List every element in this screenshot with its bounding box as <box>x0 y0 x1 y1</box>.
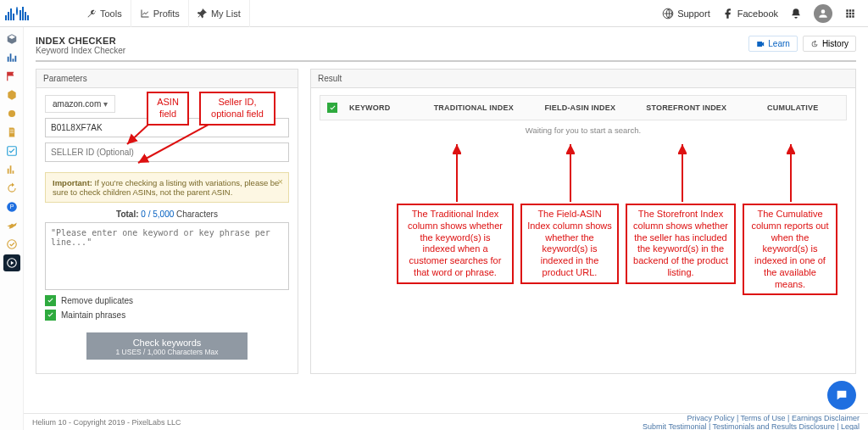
history-label: History <box>822 39 849 48</box>
facebook-icon <box>722 8 734 20</box>
col-field-asin[interactable]: FIELD-ASIN INDEX <box>527 97 634 119</box>
bell-icon <box>790 8 802 20</box>
sidebar-item-10[interactable]: P <box>3 198 20 215</box>
footer-links-top[interactable]: Privacy Policy | Terms of Use | Earnings… <box>643 414 860 422</box>
topbar-right: Support Facebook <box>662 4 863 23</box>
remove-duplicates-label: Remove duplicates <box>61 296 133 305</box>
chart-icon <box>6 164 18 176</box>
checkbox-checked-icon <box>327 103 337 113</box>
tools-sidebar: P <box>0 27 24 430</box>
col-keyword[interactable]: KEYWORD <box>344 97 420 119</box>
important-label: Important: <box>53 178 92 187</box>
check-keywords-label: Check keywords <box>133 338 202 348</box>
sidebar-item-13[interactable] <box>3 254 20 271</box>
svg-point-4 <box>7 240 16 249</box>
badge-icon <box>6 108 18 120</box>
result-table-head: KEYWORD TRADITIONAL INDEX FIELD-ASIN IND… <box>320 95 847 120</box>
bird-icon <box>6 220 18 232</box>
char-counter: Total: 0 / 5,000 Characters <box>45 209 289 219</box>
footer-links-bottom[interactable]: Submit Testimonial | Testimonials and Re… <box>643 422 860 431</box>
notifications-button[interactable] <box>790 8 802 20</box>
important-alert: Important: If you're checking a listing … <box>45 172 289 203</box>
sidebar-item-12[interactable] <box>3 236 20 253</box>
page-header: INDEX CHECKER Keyword Index Checker Lear… <box>36 36 856 62</box>
keywords-textarea[interactable] <box>45 222 289 290</box>
total-prefix: Total: <box>116 209 141 219</box>
bars-icon <box>6 52 18 64</box>
play-circle-icon <box>6 257 18 269</box>
doc-icon <box>6 126 18 138</box>
main-content: INDEX CHECKER Keyword Index Checker Lear… <box>24 27 868 413</box>
nav-profits[interactable]: Profits <box>131 0 189 27</box>
apps-grid-icon <box>844 8 856 20</box>
check-keywords-sublabel: 1 USES / 1,000 Characters Max <box>86 348 248 356</box>
sidebar-item-9[interactable] <box>3 180 20 197</box>
apps-button[interactable] <box>844 8 856 20</box>
parameters-header: Parameters <box>36 70 298 88</box>
page-title: INDEX CHECKER <box>36 36 125 46</box>
p-circle-icon: P <box>6 201 18 213</box>
sidebar-item-1[interactable] <box>3 31 20 47</box>
refresh-icon <box>6 182 18 194</box>
marketplace-select[interactable]: amazon.com <box>45 95 115 113</box>
sidebar-item-3[interactable] <box>3 68 20 85</box>
maintain-phrases-row[interactable]: Maintain phrases <box>45 310 289 321</box>
flag-icon <box>6 70 18 82</box>
sidebar-item-7[interactable] <box>3 142 20 159</box>
remove-duplicates-row[interactable]: Remove duplicates <box>45 295 289 306</box>
svg-point-0 <box>8 110 14 117</box>
footer-copyright: Helium 10 - Copyright 2019 - PixelLabs L… <box>32 418 181 427</box>
sidebar-item-6[interactable] <box>3 124 20 141</box>
globe-icon <box>662 8 674 20</box>
wrench-icon <box>86 8 97 19</box>
topbar: Tools Profits My List Support Facebook <box>0 0 868 27</box>
total-suffix: Characters <box>174 209 218 219</box>
waiting-message: Waiting for you to start a search. <box>320 120 847 143</box>
sidebar-item-5[interactable] <box>3 105 20 122</box>
chart-line-icon <box>140 8 150 19</box>
history-icon <box>810 40 819 48</box>
parameters-panel: Parameters amazon.com Important: If you'… <box>36 69 298 374</box>
main-nav: Tools Profits My List <box>78 0 250 27</box>
chat-icon <box>835 388 849 402</box>
nav-label: My List <box>211 8 241 19</box>
check-circle-icon <box>6 238 18 250</box>
pin-icon <box>198 8 208 19</box>
chat-widget[interactable] <box>827 381 856 410</box>
sidebar-item-11[interactable] <box>3 217 20 234</box>
total-count: 0 / 5,000 <box>141 209 174 219</box>
learn-button[interactable]: Learn <box>748 36 798 52</box>
sidebar-item-8[interactable] <box>3 161 20 178</box>
brand-logo[interactable] <box>5 3 78 25</box>
sidebar-item-4[interactable] <box>3 87 20 103</box>
check-keywords-button[interactable]: Check keywords 1 USES / 1,000 Characters… <box>86 332 248 360</box>
nav-label: Profits <box>153 8 180 19</box>
support-link[interactable]: Support <box>662 8 710 20</box>
checkbox-checked-icon <box>45 295 56 306</box>
checkbox-checked-icon <box>45 310 56 321</box>
account-avatar[interactable] <box>814 4 832 23</box>
col-storefront[interactable]: STOREFRONT INDEX <box>633 97 740 119</box>
result-header: Result <box>311 70 855 88</box>
seller-id-input[interactable] <box>45 142 289 162</box>
facebook-link[interactable]: Facebook <box>722 8 778 20</box>
support-label: Support <box>677 8 710 19</box>
asin-input[interactable] <box>45 118 289 137</box>
page-subtitle: Keyword Index Checker <box>36 46 125 55</box>
history-button[interactable]: History <box>803 36 856 52</box>
col-cumulative[interactable]: CUMULATIVE <box>740 97 847 119</box>
nav-mylist[interactable]: My List <box>189 0 250 27</box>
sidebar-item-2[interactable] <box>3 49 20 66</box>
cube-icon <box>6 33 18 45</box>
check-square-icon <box>6 145 18 157</box>
hex-icon <box>6 89 18 101</box>
learn-label: Learn <box>768 39 790 48</box>
nav-tools[interactable]: Tools <box>78 0 131 27</box>
video-icon <box>756 40 765 48</box>
select-all-checkbox[interactable] <box>320 96 344 120</box>
result-panel: Result KEYWORD TRADITIONAL INDEX FIELD-A… <box>310 69 856 374</box>
footer: Helium 10 - Copyright 2019 - PixelLabs L… <box>24 413 868 430</box>
col-traditional[interactable]: TRADITIONAL INDEX <box>420 97 527 119</box>
alert-close-icon[interactable]: × <box>278 176 283 187</box>
maintain-phrases-label: Maintain phrases <box>61 310 125 320</box>
